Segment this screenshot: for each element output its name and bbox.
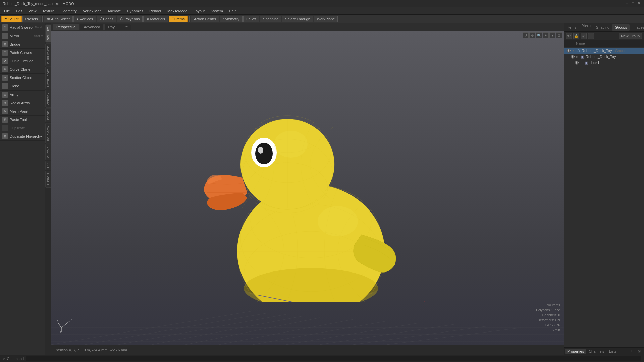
tool-clone[interactable]: ⊡ Clone: [0, 82, 45, 90]
vp-btn-1[interactable]: ↺: [523, 32, 529, 38]
groups-eye-btn[interactable]: 👁: [566, 33, 572, 39]
tool-paste-tool[interactable]: ⎘ Paste Tool: [0, 116, 45, 124]
vp-btn-3[interactable]: +: [543, 32, 549, 38]
snapping-btn[interactable]: Snapping: [260, 16, 282, 22]
menu-dynamics[interactable]: Dynamics: [124, 8, 146, 14]
auto-select-btn[interactable]: ⊕ Auto Select: [44, 16, 73, 22]
side-tab-duplicate[interactable]: Duplicate: [45, 43, 51, 66]
svg-line-6: [253, 321, 387, 345]
visibility-icon-2[interactable]: 👁: [571, 55, 575, 59]
duplicate-hierarchy-icon: ⊞: [2, 133, 8, 139]
tree-item-rubber-duck-group[interactable]: 👁 ▼ ⬡ Rubber_Duck_Toy : Group: [564, 48, 644, 54]
tool-radial-sweep[interactable]: ⊙ Radial Sweep Shift-L: [0, 23, 45, 32]
symmetry-btn[interactable]: Symmetry: [220, 16, 243, 22]
right-tab-groups[interactable]: Groups: [612, 24, 630, 31]
viewport-canvas[interactable]: Y Z X No Items Polygons : Face Channels:…: [51, 31, 564, 345]
side-tab-fusion[interactable]: Fusion: [45, 171, 51, 188]
menu-file[interactable]: File: [1, 8, 13, 14]
minimize-btn[interactable]: ─: [625, 1, 629, 6]
maximize-btn[interactable]: □: [631, 1, 635, 6]
tool-array[interactable]: ⊞ Array: [0, 90, 45, 99]
polygons-icon: ⬡: [120, 17, 123, 21]
presets-btn[interactable]: Presets: [22, 16, 41, 22]
tool-radial-array[interactable]: ⊙ Radial Array: [0, 99, 45, 107]
groups-lock-btn[interactable]: 🔒: [573, 33, 579, 39]
right-tab-items[interactable]: Items: [565, 24, 579, 31]
new-group-button[interactable]: New Group: [619, 33, 642, 39]
materials-btn[interactable]: ◈ Materials: [143, 16, 168, 22]
side-tab-uv[interactable]: UV: [45, 161, 51, 170]
menu-view[interactable]: View: [26, 8, 39, 14]
command-input[interactable]: [26, 356, 641, 361]
expand-icon-1[interactable]: ▼: [571, 49, 575, 53]
curve-extrude-icon: ↗: [2, 58, 8, 64]
tool-curve-clone[interactable]: ⊕ Curve Clone: [0, 65, 45, 74]
vp-btn-2[interactable]: ⊙: [529, 32, 535, 38]
radial-array-icon: ⊙: [2, 100, 8, 106]
right-bottom-tab-lists[interactable]: Lists: [607, 349, 619, 354]
menu-help[interactable]: Help: [226, 8, 239, 14]
menu-render[interactable]: Render: [147, 8, 164, 14]
menu-vertex-map[interactable]: Vertex Map: [80, 8, 104, 14]
time-info: 5 min: [536, 328, 560, 333]
side-tab-vertex[interactable]: Vertex: [45, 90, 51, 108]
tool-duplicate[interactable]: ⊡ Duplicate: [0, 124, 45, 132]
action-center-btn[interactable]: Action Center: [191, 16, 219, 22]
side-tab-curve[interactable]: Curve: [45, 144, 51, 160]
name-column-header: Name: [576, 42, 585, 45]
menu-geometry[interactable]: Geometry: [58, 8, 79, 14]
window-controls[interactable]: ─ □ ✕: [625, 1, 641, 6]
tool-curve-extrude[interactable]: ↗ Curve Extrude: [0, 57, 45, 65]
menu-layout[interactable]: Layout: [191, 8, 207, 14]
vp-btn-search[interactable]: 🔍: [536, 32, 542, 38]
right-bottom-tab-properties[interactable]: Properties: [565, 349, 586, 354]
viewport-tab-perspective[interactable]: Perspective: [53, 24, 79, 30]
edges-btn[interactable]: ╱ Edges: [97, 16, 116, 22]
groups-box-btn[interactable]: □: [588, 33, 594, 39]
vertices-btn[interactable]: ● Vertices: [73, 16, 96, 22]
tool-scatter-clone[interactable]: ⁘ Scatter Clone: [0, 74, 45, 82]
right-bottom-tab-channels[interactable]: Channels: [587, 349, 606, 354]
vp-btn-4[interactable]: ▼: [549, 32, 555, 38]
groups-tree: 👁 ▼ ⬡ Rubber_Duck_Toy : Group 👁 ▶ ▣ Rubb…: [564, 47, 644, 347]
groups-target-btn[interactable]: ◎: [581, 33, 587, 39]
tree-item-rubber-duck-mesh[interactable]: 👁 ▶ ▣ Rubber_Duck_Toy: [564, 54, 644, 60]
tool-duplicate-hierarchy[interactable]: ⊞ Duplicate Hierarchy: [0, 132, 45, 141]
falloff-btn[interactable]: Falloff: [243, 16, 259, 22]
items-btn[interactable]: ⊟ Items: [169, 16, 188, 22]
expand-icon-2[interactable]: ▶: [575, 55, 579, 59]
right-bottom-tab-add[interactable]: +: [628, 348, 635, 354]
viewport-status-bar: Position X, Y, Z: 0 m, -34.4 mm, -225.6 …: [51, 345, 564, 355]
polygons-btn[interactable]: ⬡ Polygons: [117, 16, 143, 22]
close-btn[interactable]: ✕: [637, 1, 641, 6]
left-tool-panel: ⊙ Radial Sweep Shift-L ⊞ Mirror Shift-V …: [0, 23, 45, 355]
tool-patch-curves[interactable]: ⌒ Patch Curves: [0, 49, 45, 57]
tool-mirror[interactable]: ⊞ Mirror Shift-V: [0, 32, 45, 40]
sculpt-mode-btn[interactable]: ✦ Sculpt: [1, 16, 22, 22]
visibility-icon-3[interactable]: 👁: [575, 61, 579, 65]
tool-mesh-paint[interactable]: ✎ Mesh Paint: [0, 107, 45, 116]
tool-bridge[interactable]: ⊟ Bridge: [0, 40, 45, 49]
side-tab-mesh-edit[interactable]: Mesh Edit: [45, 67, 51, 89]
side-tab-edge[interactable]: Edge: [45, 108, 51, 122]
viewport-tab-ray-gl[interactable]: Ray GL: Off: [104, 24, 131, 30]
menu-bar: File Edit View Texture Geometry Vertex M…: [0, 7, 644, 15]
right-bottom-expand-btn[interactable]: ⊠: [636, 348, 643, 354]
bottom-arrow: >: [3, 357, 5, 361]
viewport-tab-advanced[interactable]: Advanced: [80, 24, 104, 30]
select-through-btn[interactable]: Select Through: [282, 16, 313, 22]
right-tab-images[interactable]: Images: [630, 24, 644, 31]
menu-maxtomodo[interactable]: MaxToModo: [165, 8, 190, 14]
right-tab-mesh[interactable]: Mesh ...: [579, 22, 593, 33]
menu-edit[interactable]: Edit: [13, 8, 25, 14]
side-tab-sculpt[interactable]: Sculpt: [45, 25, 51, 43]
tree-item-duck1[interactable]: 👁 ▶ ▣ duck1: [564, 60, 644, 66]
menu-animate[interactable]: Animate: [105, 8, 123, 14]
vp-btn-expand[interactable]: ⊠: [556, 32, 562, 38]
menu-texture[interactable]: Texture: [40, 8, 57, 14]
side-tab-polygon[interactable]: Polygon: [45, 123, 51, 143]
workplane-btn[interactable]: WorkPlane: [314, 16, 338, 22]
visibility-icon-1[interactable]: 👁: [567, 49, 571, 53]
menu-system[interactable]: System: [208, 8, 226, 14]
right-tab-shading[interactable]: Shading: [593, 24, 612, 31]
